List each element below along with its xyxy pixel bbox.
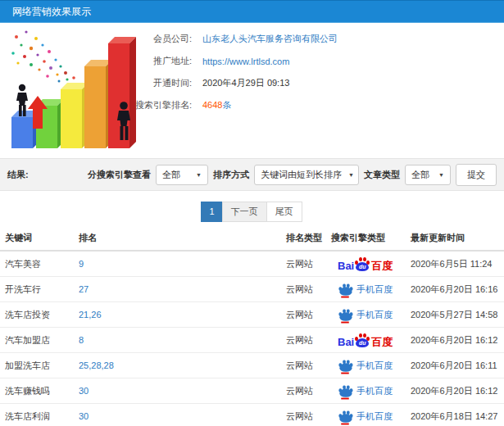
keyword-cell: 洗车店利润 — [0, 404, 75, 426]
chevron-down-icon: ▼ — [196, 172, 202, 178]
page-number-current[interactable]: 1 — [201, 202, 222, 222]
info-row-url: 推广地址: https://www.lrtlsd.com — [121, 50, 338, 72]
article-type-label: 文章类型 — [364, 169, 400, 181]
table-row: 加盟洗车店 25,28,28 云网站 手机百度 2020年6月20日 16:11 — [0, 353, 504, 378]
filter-bar: 结果: 分搜索引擎查看 全部 ▼ 排序方式 关键词由短到长排序 ▼ 文章类型 全… — [0, 158, 504, 191]
member-info: 会员公司: 山东老人头汽车服务咨询有限公司 推广地址: https://www.… — [121, 28, 338, 116]
updated-cell: 2020年6月18日 14:27 — [407, 404, 504, 426]
mobile-baidu-icon: 手机百度 — [338, 360, 393, 372]
header-keyword: 关键词 — [0, 225, 75, 251]
engine-cell: 手机百度 — [328, 404, 407, 426]
updated-cell: 2020年6月20日 16:12 — [407, 328, 504, 353]
top-section: 会员公司: 山东老人头汽车服务咨询有限公司 推广地址: https://www.… — [0, 23, 504, 158]
baidu-paw-icon — [338, 410, 351, 422]
keyword-cell: 汽车美容 — [0, 251, 75, 277]
info-row-open-time: 开通时间: 2020年4月29日 09:13 — [121, 72, 338, 94]
mobile-baidu-label: 手机百度 — [356, 410, 393, 423]
rank-type-cell: 云网站 — [283, 353, 328, 378]
company-link[interactable]: 山东老人头汽车服务咨询有限公司 — [202, 33, 338, 45]
results-table: 关键词 排名 排名类型 搜索引擎类型 最新更新时间 汽车美容 9 云网站 Bai… — [0, 225, 504, 426]
engine-view-selected: 全部 — [162, 169, 180, 181]
rank-type-cell: 云网站 — [283, 251, 328, 277]
baidu-paw-icon — [338, 309, 351, 320]
baidu-paw-icon: du — [355, 333, 370, 347]
rank-cell[interactable]: 25,28,28 — [75, 353, 283, 378]
mobile-baidu-label: 手机百度 — [356, 385, 393, 397]
sort-selected: 关键词由短到长排序 — [261, 169, 342, 181]
engine-view-label: 分搜索引擎查看 — [88, 169, 151, 181]
page: 网络营销效果展示 — [0, 0, 504, 426]
article-type-selected: 全部 — [411, 169, 429, 181]
last-page-button[interactable]: 尾页 — [266, 202, 302, 222]
pagination: 1下一页尾页 — [0, 191, 504, 224]
promo-url-label: 推广地址: — [121, 55, 192, 67]
engine-view-select[interactable]: 全部 ▼ — [156, 165, 208, 185]
engine-cell: Baidu百度 — [328, 328, 407, 353]
engine-cell: Baidu百度 — [328, 251, 407, 277]
rank-type-cell: 云网站 — [283, 302, 328, 328]
keyword-cell: 开洗车行 — [0, 277, 75, 302]
baidu-paw-icon: du — [355, 257, 370, 271]
table-row: 洗车赚钱吗 30 云网站 手机百度 2020年6月20日 16:12 — [0, 378, 504, 404]
sort-label: 排序方式 — [213, 169, 249, 181]
open-time-label: 开通时间: — [121, 77, 192, 89]
table-row: 汽车加盟店 8 云网站 Baidu百度 2020年6月20日 16:12 — [0, 328, 504, 353]
table-row: 汽车美容 9 云网站 Baidu百度 2020年6月5日 11:24 — [0, 251, 504, 277]
updated-cell: 2020年6月20日 16:16 — [407, 277, 504, 302]
mobile-baidu-label: 手机百度 — [356, 360, 393, 372]
table-row: 洗车店利润 30 云网站 手机百度 2020年6月18日 14:27 — [0, 404, 504, 426]
mobile-baidu-icon: 手机百度 — [338, 385, 393, 397]
baidu-paw-icon — [338, 385, 351, 397]
engine-cell: 手机百度 — [328, 353, 407, 378]
sort-select[interactable]: 关键词由短到长排序 ▼ — [254, 165, 359, 185]
updated-cell: 2020年5月27日 14:58 — [407, 302, 504, 328]
header-engine-type: 搜索引擎类型 — [328, 225, 407, 251]
engine-cell: 手机百度 — [328, 378, 407, 404]
header-rank-type: 排名类型 — [283, 225, 328, 251]
baidu-logo-icon: Baidu百度 — [338, 257, 393, 271]
filter-controls: 分搜索引擎查看 全部 ▼ 排序方式 关键词由短到长排序 ▼ 文章类型 全部 ▼ … — [88, 164, 497, 186]
page-header: 网络营销效果展示 — [0, 0, 504, 23]
open-time-value: 2020年4月29日 09:13 — [202, 77, 289, 89]
rank-count-suffix: 条 — [222, 100, 231, 110]
updated-cell: 2020年6月20日 16:12 — [407, 378, 504, 404]
bar-orange — [84, 60, 112, 148]
table-header-row: 关键词 排名 排名类型 搜索引擎类型 最新更新时间 — [0, 225, 504, 251]
keyword-cell: 加盟洗车店 — [0, 353, 75, 378]
table-row: 洗车店投资 21,26 云网站 手机百度 2020年5月27日 14:58 — [0, 302, 504, 328]
bar-yellow — [61, 83, 89, 148]
chevron-down-icon: ▼ — [348, 172, 354, 178]
mobile-baidu-icon: 手机百度 — [338, 283, 393, 296]
info-row-company: 会员公司: 山东老人头汽车服务咨询有限公司 — [121, 28, 338, 50]
rank-count-number: 4648 — [202, 100, 222, 110]
chevron-down-icon: ▼ — [438, 172, 444, 178]
updated-cell: 2020年6月20日 16:11 — [407, 353, 504, 378]
company-label: 会员公司: — [121, 33, 192, 45]
rank-cell[interactable]: 8 — [75, 328, 283, 353]
table-body: 汽车美容 9 云网站 Baidu百度 2020年6月5日 11:24 开洗车行 … — [0, 251, 504, 426]
rank-cell[interactable]: 21,26 — [75, 302, 283, 328]
rank-cell[interactable]: 9 — [75, 251, 283, 277]
page-title: 网络营销效果展示 — [0, 1, 91, 23]
confetti-dots — [11, 30, 78, 85]
result-label: 结果: — [7, 169, 29, 181]
keyword-cell: 汽车加盟店 — [0, 328, 75, 353]
submit-button[interactable]: 提交 — [456, 164, 497, 186]
mobile-baidu-icon: 手机百度 — [338, 309, 393, 321]
rank-type-cell: 云网站 — [283, 404, 328, 426]
article-type-select[interactable]: 全部 ▼ — [405, 165, 451, 185]
baidu-paw-icon — [338, 283, 351, 295]
table-row: 开洗车行 27 云网站 手机百度 2020年6月20日 16:16 — [0, 277, 504, 302]
keyword-cell: 洗车店投资 — [0, 302, 75, 328]
next-page-button[interactable]: 下一页 — [222, 202, 267, 222]
mobile-baidu-label: 手机百度 — [356, 283, 393, 296]
rank-cell[interactable]: 30 — [75, 404, 283, 426]
baidu-logo-icon: Baidu百度 — [338, 333, 393, 347]
rank-count-value: 4648条 — [202, 99, 231, 111]
baidu-paw-icon — [338, 360, 351, 371]
promo-url-link[interactable]: https://www.lrtlsd.com — [202, 57, 289, 66]
rank-type-cell: 云网站 — [283, 277, 328, 302]
header-updated: 最新更新时间 — [407, 225, 504, 251]
rank-cell[interactable]: 30 — [75, 378, 283, 404]
rank-cell[interactable]: 27 — [75, 277, 283, 302]
